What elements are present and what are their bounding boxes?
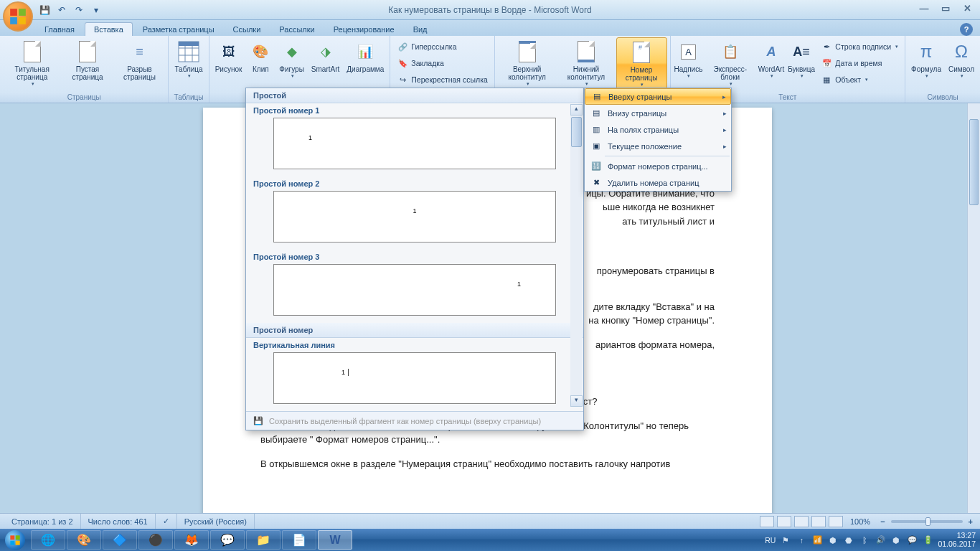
taskbar-word[interactable]: W <box>318 530 352 550</box>
view-full-screen[interactable] <box>777 516 791 527</box>
tab-insert[interactable]: Вставка <box>85 22 133 36</box>
group-tables: Таблица Таблицы <box>169 36 209 103</box>
taskbar-app2[interactable]: ⚫ <box>138 530 173 550</box>
cover-page-button[interactable]: Титульная страница <box>3 37 61 90</box>
date-time-button[interactable]: 📅Дата и время <box>819 55 900 71</box>
taskbar-explorer[interactable]: 📁 <box>246 530 281 550</box>
taskbar-chrome[interactable]: 🌐 <box>31 530 65 550</box>
tray-icon[interactable]: ⬢ <box>890 534 902 546</box>
tab-home[interactable]: Главная <box>36 23 83 36</box>
taskbar-firefox[interactable]: 🦊 <box>174 530 209 550</box>
status-page[interactable]: Страница: 1 из 2 <box>4 514 81 529</box>
svg-rect-9 <box>179 42 199 46</box>
blank-page-button[interactable]: Пустая страница <box>62 37 112 90</box>
submenu-current-position[interactable]: ▣Текущее положение▸ <box>585 138 731 154</box>
tray-clock[interactable]: 13:27 01.06.2017 <box>938 532 976 548</box>
equation-button[interactable]: πФормула <box>908 37 944 90</box>
scroll-down-button[interactable]: ▾ <box>570 395 583 407</box>
tab-page-layout[interactable]: Разметка страницы <box>134 23 223 36</box>
gallery-item-1[interactable]: Простой номер 1 1 <box>246 103 583 176</box>
tab-mailings[interactable]: Рассылки <box>270 23 323 36</box>
taskbar-notepad[interactable]: 📄 <box>282 530 316 550</box>
clipart-button[interactable]: 🎨Клип <box>246 37 275 90</box>
status-proofing[interactable]: ✓ <box>156 514 177 529</box>
scrollbar-thumb[interactable] <box>969 119 979 205</box>
drop-cap-icon: A≡ <box>793 44 810 60</box>
submenu-format-page-numbers[interactable]: 🔢Формат номеров страниц... <box>585 158 731 174</box>
taskbar-app1[interactable]: 🔷 <box>103 530 137 550</box>
minimize-button[interactable]: ― <box>914 1 934 14</box>
qat-customize[interactable]: ▾ <box>89 3 103 17</box>
taskbar-viber[interactable]: 💬 <box>210 530 245 550</box>
tab-review[interactable]: Рецензирование <box>325 23 403 36</box>
view-web-layout[interactable] <box>794 516 809 527</box>
hyperlink-icon: 🔗 <box>397 41 408 52</box>
chart-button[interactable]: 📊Диаграмма <box>344 37 387 90</box>
undo-button[interactable]: ↶ <box>55 3 69 17</box>
status-word-count[interactable]: Число слов: 461 <box>81 514 156 529</box>
footer-icon <box>578 41 595 62</box>
quick-parts-button[interactable]: 📋Экспресс-блоки <box>705 37 755 90</box>
tray-icon[interactable]: ⬣ <box>843 534 854 546</box>
taskbar-paint[interactable]: 🎨 <box>67 530 101 550</box>
tray-icon[interactable]: ↑ <box>796 534 807 546</box>
zoom-level[interactable]: 100% <box>850 517 870 526</box>
page-break-button[interactable]: ≡Разрыв страницы <box>114 37 166 90</box>
undo-icon: ↶ <box>58 5 65 15</box>
gallery-item-4[interactable]: Вертикальная линия 1 <box>246 338 583 411</box>
scrollbar-thumb[interactable] <box>571 117 582 147</box>
submenu-remove-page-numbers[interactable]: ✖Удалить номера страниц <box>585 174 731 191</box>
drop-cap-button[interactable]: A≡Буквица <box>787 37 816 90</box>
tab-view[interactable]: Вид <box>405 23 436 36</box>
gallery-item-3[interactable]: Простой номер 3 1 <box>246 250 583 323</box>
zoom-in-button[interactable]: + <box>966 517 976 526</box>
tray-language[interactable]: RU <box>765 536 776 545</box>
symbol-button[interactable]: ΩСимвол <box>946 37 977 90</box>
object-button[interactable]: ▦Объект <box>819 72 900 88</box>
tray-icon[interactable]: ⬢ <box>827 534 839 546</box>
save-button[interactable]: 💾 <box>37 3 52 17</box>
wordart-button[interactable]: AWordArt <box>757 37 786 90</box>
submenu-page-margins[interactable]: ▥На полях страницы▸ <box>585 121 731 138</box>
zoom-slider[interactable] <box>891 520 963 523</box>
shapes-button[interactable]: ◆Фигуры <box>276 37 306 90</box>
tray-battery-icon[interactable]: 🔋 <box>922 534 933 546</box>
table-button[interactable]: Таблица <box>171 37 205 90</box>
zoom-slider-knob[interactable] <box>925 517 930 526</box>
scroll-up-button[interactable]: ▴ <box>570 104 583 116</box>
start-button[interactable] <box>0 529 30 551</box>
hyperlink-button[interactable]: 🔗Гиперссылка <box>395 39 489 55</box>
tray-icon[interactable]: 💬 <box>906 534 918 546</box>
gallery-preview: 1 <box>273 191 556 242</box>
redo-button[interactable]: ↷ <box>72 3 86 17</box>
tray-action-center-icon[interactable]: ⚑ <box>780 534 791 546</box>
gallery-scrollbar[interactable]: ▴ ▾ <box>570 104 583 407</box>
tray-bluetooth-icon[interactable]: ᛒ <box>859 534 870 546</box>
tab-references[interactable]: Ссылки <box>225 23 270 36</box>
signature-line-button[interactable]: ✒Строка подписи <box>819 39 900 55</box>
chrome-icon: 🌐 <box>41 533 55 547</box>
maximize-button[interactable]: ▭ <box>936 1 956 14</box>
view-outline[interactable] <box>811 516 826 527</box>
picture-button[interactable]: 🖼Рисунок <box>212 37 245 90</box>
footer-button[interactable]: Нижний колонтитул <box>557 37 614 90</box>
submenu-top-of-page[interactable]: ▤Вверху страницы▸ <box>585 88 731 105</box>
smartart-button[interactable]: ⬗SmartArt <box>308 37 342 90</box>
submenu-bottom-of-page[interactable]: ▤Внизу страницы▸ <box>585 105 731 121</box>
close-button[interactable]: ✕ <box>957 1 977 14</box>
view-draft[interactable] <box>829 516 843 527</box>
bookmark-button[interactable]: 🔖Закладка <box>395 55 489 71</box>
vertical-scrollbar[interactable] <box>967 103 980 513</box>
page-number-button[interactable]: #Номер страницы <box>616 37 667 90</box>
office-button[interactable] <box>3 1 33 32</box>
help-button[interactable]: ? <box>960 23 973 36</box>
view-print-layout[interactable] <box>760 516 774 527</box>
header-button[interactable]: Верхний колонтитул <box>498 37 557 90</box>
status-language[interactable]: Русский (Россия) <box>177 514 255 529</box>
gallery-item-2[interactable]: Простой номер 2 1 <box>246 176 583 250</box>
textbox-button[interactable]: AНадпись <box>674 37 704 90</box>
tray-volume-icon[interactable]: 🔊 <box>875 534 886 546</box>
tray-network-icon[interactable]: 📶 <box>811 534 823 546</box>
zoom-out-button[interactable]: − <box>877 517 887 526</box>
cross-reference-button[interactable]: ↪Перекрестная ссылка <box>395 72 489 88</box>
